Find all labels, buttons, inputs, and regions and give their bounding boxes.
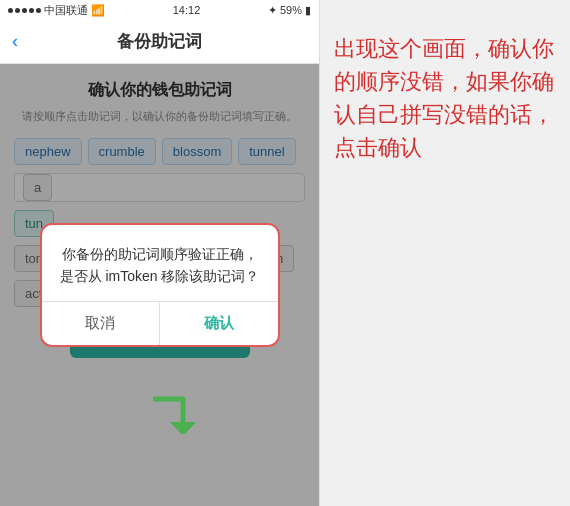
modal-overlay: 你备份的助记词顺序验证正确，是否从 imToken 移除该助记词？ 取消 确认 xyxy=(0,64,319,506)
green-arrow-indicator xyxy=(148,394,198,438)
phone-frame: 中国联通 📶 14:12 ✦ 59% ▮ ‹ 备份助记词 确认你的钱包助记词 请… xyxy=(0,0,320,506)
wifi-icon: 📶 xyxy=(91,4,105,17)
status-bar: 中国联通 📶 14:12 ✦ 59% ▮ xyxy=(0,0,319,20)
annotation-text: 出现这个画面，确认你的顺序没错，如果你确认自己拼写没错的话，点击确认 xyxy=(334,32,556,164)
battery-label: 59% xyxy=(280,4,302,16)
modal-confirm-button[interactable]: 确认 xyxy=(160,302,278,345)
carrier-label: 中国联通 xyxy=(44,3,88,18)
svg-marker-0 xyxy=(170,422,196,434)
annotation-area: 出现这个画面，确认你的顺序没错，如果你确认自己拼写没错的话，点击确认 xyxy=(320,0,570,506)
main-content: 确认你的钱包助记词 请按顺序点击助记词，以确认你的备份助记词填写正确。 neph… xyxy=(0,64,319,506)
modal-actions: 取消 确认 xyxy=(42,301,278,345)
modal-text: 你备份的助记词顺序验证正确，是否从 imToken 移除该助记词？ xyxy=(58,243,262,288)
nav-title: 备份助记词 xyxy=(117,30,202,53)
modal-cancel-button[interactable]: 取消 xyxy=(42,302,161,345)
modal-body: 你备份的助记词顺序验证正确，是否从 imToken 移除该助记词？ xyxy=(42,225,278,302)
time-label: 14:12 xyxy=(173,4,201,16)
nav-bar: ‹ 备份助记词 xyxy=(0,20,319,64)
modal-box: 你备份的助记词顺序验证正确，是否从 imToken 移除该助记词？ 取消 确认 xyxy=(40,223,280,348)
bluetooth-icon: ✦ xyxy=(268,4,277,17)
battery-icon: ▮ xyxy=(305,4,311,17)
back-button[interactable]: ‹ xyxy=(12,31,18,52)
